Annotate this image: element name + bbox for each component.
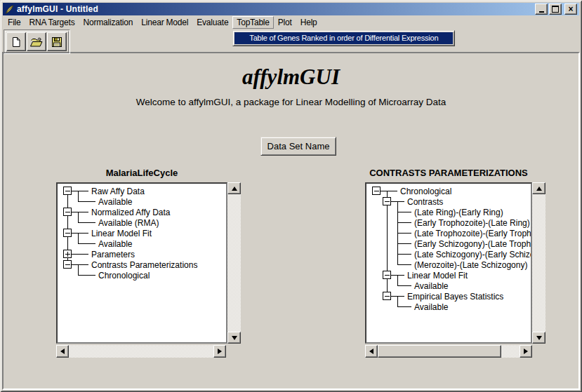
tree-toggle-minus-icon[interactable] [64, 187, 72, 195]
tree-toggle-minus-icon[interactable] [373, 187, 381, 195]
tree-toggle-minus-icon[interactable] [383, 292, 391, 300]
close-button[interactable]: × [564, 4, 577, 15]
left-tree-header: MalariaLifeCycle [56, 168, 227, 179]
scrollbar-thumb[interactable] [378, 345, 501, 358]
scroll-left-button[interactable] [56, 345, 69, 358]
right-tree-horizontal-scrollbar[interactable] [365, 345, 532, 358]
tree-toggle-minus-icon[interactable] [64, 229, 72, 237]
menu-item-table-of-genes[interactable]: Table of Genes Ranked in order of Differ… [234, 32, 453, 44]
scroll-right-button[interactable] [520, 345, 532, 358]
tree-node-label[interactable]: Empirical Bayes Statistics [407, 292, 503, 302]
menu-plot[interactable]: Plot [274, 16, 296, 29]
right-tree-vertical-scrollbar[interactable] [532, 182, 545, 344]
scroll-down-button[interactable] [227, 332, 241, 344]
left-tree-horizontal-scrollbar[interactable] [56, 345, 226, 358]
tree-node-label[interactable]: Available (RMA) [98, 218, 159, 228]
tree-node-label[interactable]: Available [414, 302, 449, 312]
scrollbar-track[interactable] [532, 194, 545, 332]
tree-node-label[interactable]: Chronological [98, 271, 150, 281]
arrow-right-icon [524, 349, 528, 354]
welcome-text: Welcome to affylmGUI, a package for Line… [0, 97, 582, 107]
scroll-down-button[interactable] [532, 332, 545, 344]
menu-toptable[interactable]: TopTable Table of Genes Ranked in order … [232, 16, 273, 29]
tree-node-label[interactable]: Raw Affy Data [91, 187, 145, 196]
tree-node-label[interactable]: Normalized Affy Data [91, 208, 171, 217]
page-title: affylmGUI [0, 65, 582, 90]
tree-node-label[interactable]: (Late Ring)-(Early Ring) [414, 208, 503, 217]
toolbar-frame [5, 31, 69, 53]
menu-file[interactable]: File [4, 16, 25, 29]
maximize-icon [552, 6, 559, 13]
tree-node-label[interactable]: Chronological [400, 187, 451, 196]
tree-node-label[interactable]: (Late Trophozoite)-(Early Trophozoite) [414, 229, 531, 238]
scrollbar-track[interactable] [227, 194, 241, 332]
tree-node-label[interactable]: Contrasts [407, 197, 443, 207]
new-document-icon [10, 36, 22, 48]
arrow-down-icon [232, 336, 237, 340]
app-window: affylmGUI - Untitled × File RNA Targets … [0, 0, 582, 392]
scroll-up-button[interactable] [227, 182, 241, 194]
right-tree-canvas: ChronologicalContrasts(Late Ring)-(Early… [366, 184, 531, 342]
left-tree-vertical-scrollbar[interactable] [227, 182, 241, 344]
tree-node-label[interactable]: (Late Schizogony)-(Early Schizogony) [414, 250, 531, 259]
window-title: affylmGUI - Untitled [17, 4, 98, 14]
menu-help[interactable]: Help [296, 16, 322, 29]
menu-toptable-label: TopTable [237, 18, 269, 27]
arrow-right-icon [218, 349, 222, 354]
scroll-left-button[interactable] [365, 345, 378, 358]
tree-node-label[interactable]: Available [414, 281, 449, 291]
tree-node-label[interactable]: Available [98, 239, 133, 249]
scroll-right-button[interactable] [213, 345, 226, 358]
tree-node-label[interactable]: Parameters [91, 250, 135, 259]
menu-bar: File RNA Targets Normalization Linear Mo… [3, 16, 579, 29]
tree-toggle-minus-icon[interactable] [383, 198, 391, 205]
menu-evaluate[interactable]: Evaluate [192, 16, 232, 29]
tree-node-label[interactable]: Linear Model Fit [407, 271, 468, 281]
tree-node-label[interactable]: Contrasts Parameterizations [91, 260, 197, 270]
right-tree-box[interactable]: ChronologicalContrasts(Late Ring)-(Early… [365, 182, 532, 344]
save-file-button[interactable] [47, 32, 67, 51]
left-tree-canvas: Raw Affy DataAvailableNormalized Affy Da… [58, 184, 226, 342]
tree-node-label[interactable]: (Early Trophozoite)-(Late Ring) [414, 218, 530, 228]
scroll-up-button[interactable] [532, 182, 545, 194]
menu-linear-model[interactable]: Linear Model [137, 16, 192, 29]
open-folder-icon [29, 36, 44, 48]
right-tree-header: CONTRASTS PARAMETERIZATIONS [365, 168, 532, 179]
tree-toggle-minus-icon[interactable] [64, 261, 72, 269]
left-tree-box[interactable]: Raw Affy DataAvailableNormalized Affy Da… [56, 182, 227, 344]
scrollbar-track[interactable] [378, 345, 520, 358]
arrow-left-icon [369, 349, 373, 354]
menu-rna-targets[interactable]: RNA Targets [25, 16, 79, 29]
toptable-dropdown-menu: Table of Genes Ranked in order of Differ… [232, 30, 455, 46]
feather-icon [4, 4, 15, 15]
arrow-up-icon [232, 187, 237, 191]
tree-toggle-minus-icon[interactable] [383, 271, 391, 279]
arrow-left-icon [60, 349, 65, 354]
toolbar [4, 29, 70, 54]
tree-node-label[interactable]: Available [98, 197, 133, 207]
arrow-down-icon [536, 336, 542, 340]
scrollbar-track[interactable] [69, 345, 213, 358]
tree-toggle-minus-icon[interactable] [64, 208, 72, 216]
arrow-up-icon [536, 187, 542, 191]
tree-toggle-plus-icon[interactable] [64, 250, 72, 258]
minimize-button[interactable] [535, 4, 548, 15]
tree-node-label[interactable]: Linear Model Fit [91, 229, 152, 238]
tree-node-label[interactable]: (Early Schizogony)-(Late Trophozoite) [414, 239, 531, 249]
save-disk-icon [51, 36, 63, 48]
close-icon: × [568, 6, 573, 13]
titlebar[interactable]: affylmGUI - Untitled × [3, 3, 579, 15]
new-file-button[interactable] [6, 32, 26, 51]
maximize-button[interactable] [549, 4, 562, 15]
open-file-button[interactable] [27, 32, 46, 51]
data-set-name-button[interactable]: Data Set Name [260, 137, 336, 156]
minimize-icon [539, 11, 544, 13]
tree-node-label[interactable]: (Merozoite)-(Late Schizogony) [414, 260, 527, 270]
menu-normalization[interactable]: Normalization [79, 16, 138, 29]
window-controls: × [534, 4, 579, 15]
